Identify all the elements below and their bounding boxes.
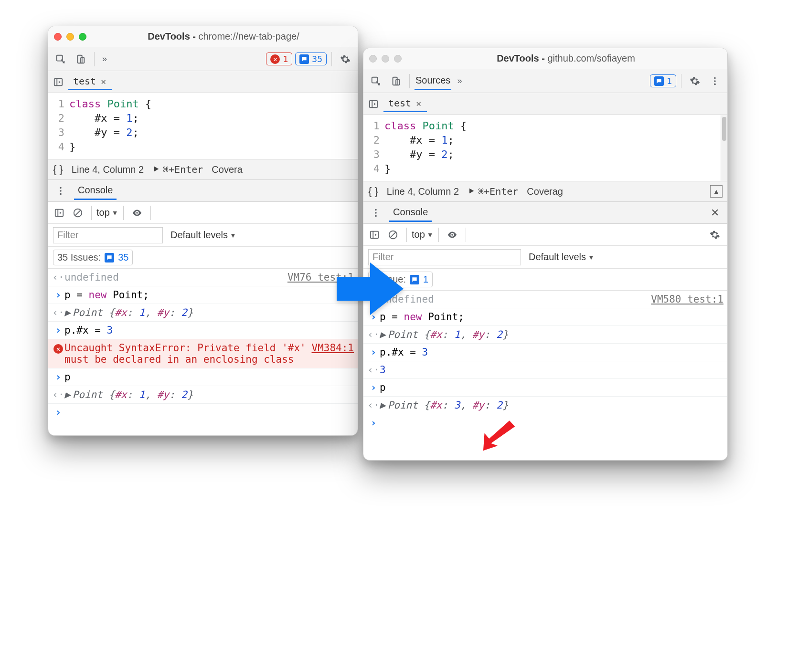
- svg-point-28: [451, 234, 453, 236]
- separator: [438, 228, 439, 242]
- message-icon: [105, 253, 114, 262]
- maximize-window-icon[interactable]: [394, 55, 402, 63]
- file-tab-test[interactable]: test ✕: [68, 74, 112, 90]
- console-tab[interactable]: Console: [74, 182, 117, 200]
- run-button[interactable]: ⌘+Enter: [152, 164, 203, 175]
- device-toggle-icon[interactable]: [72, 51, 89, 68]
- format-icon[interactable]: { }: [53, 163, 63, 176]
- close-drawer-icon[interactable]: ✕: [706, 204, 723, 221]
- close-window-icon[interactable]: [54, 33, 62, 41]
- minimize-window-icon[interactable]: [66, 33, 74, 41]
- sidebar-toggle-icon[interactable]: [367, 226, 382, 243]
- minimize-window-icon[interactable]: [382, 55, 389, 63]
- coverage-tab[interactable]: Coverag: [527, 186, 563, 197]
- log-return: ‹· ▶Point {#x: 1, #y: 2}: [48, 386, 358, 404]
- log-return: ‹· undefined VM76 test:1: [48, 269, 358, 286]
- sources-tab[interactable]: Sources: [415, 72, 451, 90]
- message-icon: [299, 54, 309, 64]
- device-toggle-icon[interactable]: [387, 73, 404, 90]
- separator: [681, 74, 681, 88]
- console-tab[interactable]: Console: [389, 204, 432, 222]
- live-expression-icon[interactable]: [128, 204, 146, 221]
- console-toolbar: top▼: [48, 202, 358, 224]
- main-toolbar: Sources » 1: [363, 69, 727, 93]
- titlebar: DevTools - github.com/sofiayem: [363, 48, 727, 69]
- svg-point-12: [136, 212, 138, 214]
- filter-input[interactable]: Filter: [53, 227, 163, 243]
- clear-console-icon[interactable]: [384, 226, 402, 243]
- inspect-icon[interactable]: [367, 73, 384, 90]
- log-levels-selector[interactable]: Default levels ▼: [529, 252, 595, 262]
- issues-row[interactable]: 1 Issue: 1: [363, 269, 727, 291]
- console-settings-icon[interactable]: [706, 226, 723, 243]
- drawer-menu-icon[interactable]: [52, 182, 69, 200]
- more-tabs-icon[interactable]: »: [99, 54, 110, 64]
- svg-point-21: [375, 209, 377, 210]
- run-button[interactable]: ⌘+Enter: [468, 186, 518, 197]
- format-icon[interactable]: { }: [368, 185, 378, 198]
- source-link[interactable]: VM580 test:1: [651, 294, 723, 305]
- scrollbar[interactable]: [721, 115, 727, 181]
- close-tab-icon[interactable]: ✕: [100, 76, 107, 86]
- callout-arrow-icon: [473, 415, 516, 455]
- navigator-toggle-icon[interactable]: [51, 74, 65, 91]
- log-error: ✕ Uncaught SyntaxError: Private field '#…: [48, 339, 358, 368]
- error-icon: ✕: [270, 54, 280, 64]
- cursor-position: Line 4, Column 2: [387, 186, 459, 197]
- log-return: ‹· undefined VM580 test:1: [363, 291, 727, 308]
- log-input: › p: [48, 368, 358, 386]
- inspect-icon[interactable]: [52, 51, 69, 68]
- svg-rect-1: [78, 55, 82, 63]
- svg-point-17: [714, 80, 716, 82]
- more-menu-icon[interactable]: [706, 73, 723, 90]
- collapse-icon[interactable]: ▲: [710, 185, 723, 198]
- settings-icon[interactable]: [686, 73, 703, 90]
- message-icon: [654, 76, 664, 86]
- svg-rect-24: [371, 231, 379, 238]
- cursor-position: Line 4, Column 2: [72, 164, 144, 175]
- line-gutter: 1234: [363, 119, 384, 176]
- clear-console-icon[interactable]: [69, 204, 86, 221]
- separator: [91, 206, 92, 220]
- message-badge[interactable]: 35: [295, 52, 327, 65]
- svg-line-11: [75, 210, 81, 216]
- close-tab-icon[interactable]: ✕: [415, 98, 422, 108]
- code-editor[interactable]: 1234 class Point { #x = 1; #y = 2; }: [48, 93, 358, 159]
- issues-row[interactable]: 35 Issues: 35: [48, 247, 358, 269]
- console-prompt[interactable]: ›: [363, 414, 727, 431]
- message-icon: [410, 275, 419, 284]
- sidebar-toggle-icon[interactable]: [52, 204, 66, 221]
- coverage-tab[interactable]: Covera: [212, 164, 242, 175]
- filter-row: Filter Default levels ▼: [363, 246, 727, 269]
- message-badge[interactable]: 1: [650, 74, 676, 87]
- navigator-toggle-icon[interactable]: [366, 95, 381, 113]
- console-prompt[interactable]: ›: [48, 404, 358, 421]
- error-icon: ✕: [53, 344, 63, 354]
- code-editor[interactable]: 1234 class Point { #x = 1; #y = 2; }: [363, 115, 721, 181]
- close-window-icon[interactable]: [369, 55, 377, 63]
- maximize-window-icon[interactable]: [79, 33, 86, 41]
- log-input: › p.#x = 3: [363, 344, 727, 361]
- separator: [406, 228, 407, 242]
- settings-icon[interactable]: [337, 51, 354, 68]
- log-input: › p = new Point;: [48, 286, 358, 304]
- live-expression-icon[interactable]: [444, 226, 461, 243]
- error-badge[interactable]: ✕ 1: [266, 52, 292, 65]
- context-selector[interactable]: top▼: [96, 207, 118, 218]
- console-log: ‹· undefined VM76 test:1 › p = new Point…: [48, 269, 358, 421]
- more-tabs-icon[interactable]: »: [454, 76, 465, 86]
- code-content: class Point { #x = 1; #y = 2; }: [69, 97, 358, 154]
- file-tab-test[interactable]: test ✕: [383, 95, 427, 112]
- separator: [123, 206, 124, 220]
- file-tabs: test ✕: [363, 93, 727, 115]
- log-return: ‹· ▶Point {#x: 1, #y: 2}: [363, 326, 727, 344]
- context-selector[interactable]: top▼: [412, 229, 434, 240]
- devtools-window-after: DevTools - github.com/sofiayem Sources »…: [363, 48, 728, 461]
- console-log: ‹· undefined VM580 test:1 › p = new Poin…: [363, 291, 727, 431]
- devtools-window-before: DevTools - chrome://new-tab-page/ » ✕ 1 …: [48, 26, 358, 436]
- log-return: ‹· 3: [363, 361, 727, 379]
- log-levels-selector[interactable]: Default levels ▼: [170, 230, 236, 241]
- source-link[interactable]: VM384:1: [311, 342, 354, 354]
- svg-rect-8: [55, 209, 64, 216]
- drawer-menu-icon[interactable]: [367, 204, 384, 221]
